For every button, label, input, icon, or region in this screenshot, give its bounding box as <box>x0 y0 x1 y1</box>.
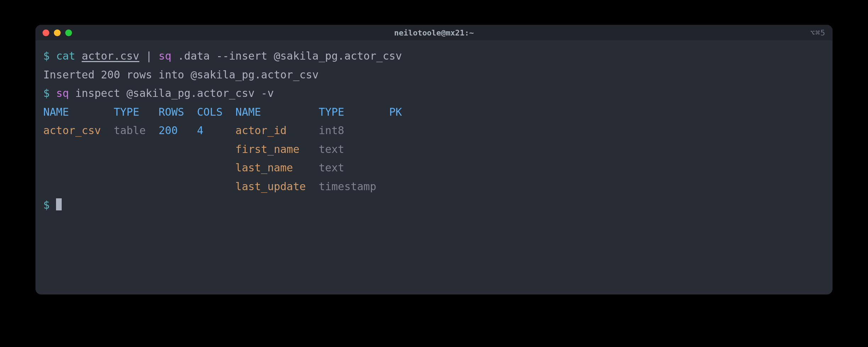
cmd-file-arg: actor.csv <box>82 50 139 62</box>
shortcut-hint: ⌥⌘5 <box>810 28 825 37</box>
cmd-args: .data --insert @sakila_pg.actor_csv <box>171 50 402 62</box>
cmd-sq: sq <box>56 87 69 99</box>
cmd-sq: sq <box>158 50 171 62</box>
terminal-body[interactable]: $ cat actor.csv | sq .data --insert @sak… <box>35 40 833 294</box>
cursor-icon <box>56 198 62 210</box>
pipe-symbol: | <box>139 50 158 62</box>
column-name: actor_id <box>235 124 287 137</box>
col-header-name: NAME TYPE ROWS COLS NAME TYPE PK <box>43 106 402 118</box>
close-icon[interactable] <box>43 29 49 36</box>
column-type: int8 <box>319 124 344 137</box>
table-type: table <box>114 124 146 137</box>
minimize-icon[interactable] <box>54 29 61 36</box>
titlebar: neilotoole@mx21:~ ⌥⌘5 <box>35 25 833 40</box>
prompt-symbol: $ <box>43 199 50 211</box>
prompt-symbol: $ <box>43 50 50 62</box>
column-name: last_name <box>235 161 293 174</box>
cmd-args: inspect @sakila_pg.actor_csv -v <box>69 87 274 99</box>
table-cols: 4 <box>197 124 204 137</box>
table-rows: 200 <box>158 124 178 137</box>
terminal-window: neilotoole@mx21:~ ⌥⌘5 $ cat actor.csv | … <box>35 25 833 294</box>
traffic-lights <box>43 29 72 36</box>
maximize-icon[interactable] <box>65 29 72 36</box>
window-title: neilotoole@mx21:~ <box>35 28 833 37</box>
column-type: text <box>319 143 344 155</box>
column-type: timestamp <box>319 180 377 193</box>
cmd-cat: cat <box>56 50 75 62</box>
column-name: last_update <box>235 180 306 193</box>
column-name: first_name <box>235 143 300 155</box>
column-type: text <box>319 161 344 174</box>
output-line: Inserted 200 rows into @sakila_pg.actor_… <box>43 68 319 81</box>
prompt-symbol: $ <box>43 87 50 99</box>
table-name: actor_csv <box>43 124 101 137</box>
